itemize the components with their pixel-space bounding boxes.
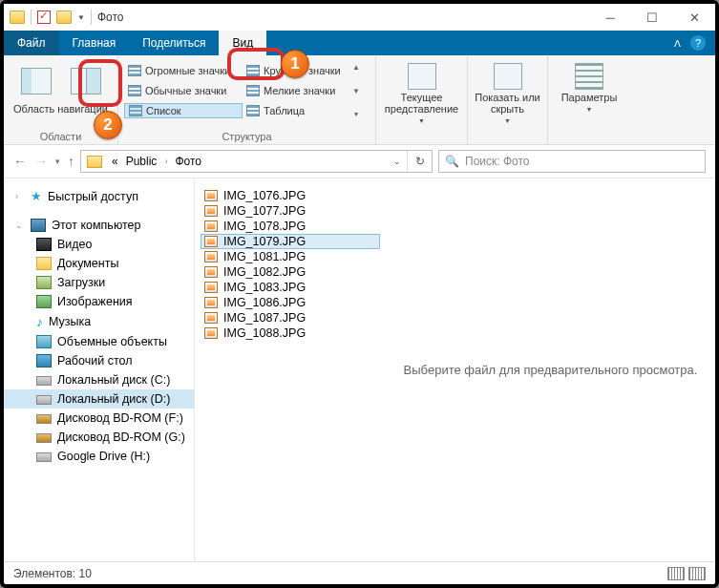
file-name: IMG_1077.JPG [223, 204, 306, 218]
search-placeholder: Поиск: Фото [465, 155, 530, 168]
address-bar[interactable]: « Public › Фото ⌄ ↻ [80, 150, 433, 173]
file-name: IMG_1078.JPG [223, 220, 306, 233]
nav-forward-button[interactable]: → [34, 154, 48, 169]
close-button[interactable]: ✕ [673, 4, 715, 31]
file-name: IMG_1083.JPG [223, 281, 306, 294]
tree-bd-f[interactable]: Дисковод BD-ROM (F:) [4, 409, 194, 428]
layout-icon [128, 85, 141, 96]
layout-icon [246, 65, 260, 76]
tree-music[interactable]: ♪Музыка [4, 311, 194, 332]
tree-gdrive[interactable]: Google Drive (H:) [4, 447, 194, 466]
file-list[interactable]: IMG_1076.JPGIMG_1077.JPGIMG_1078.JPGIMG_… [195, 178, 386, 561]
file-item[interactable]: IMG_1083.JPG [201, 280, 380, 295]
annotation-badge-1: 1 [281, 50, 309, 78]
star-icon: ★ [31, 189, 42, 203]
nav-recent-dropdown[interactable]: ▾ [55, 157, 60, 166]
file-item[interactable]: IMG_1077.JPG [201, 203, 380, 219]
refresh-button[interactable]: ↻ [407, 151, 432, 172]
nav-tree[interactable]: ›★Быстрый доступ ⌄Этот компьютер Видео Д… [4, 178, 195, 561]
file-item[interactable]: IMG_1086.JPG [201, 295, 380, 310]
file-item[interactable]: IMG_1081.JPG [201, 249, 380, 264]
file-item[interactable]: IMG_1079.JPG [201, 234, 380, 249]
navigation-pane-label: Область навигации [13, 103, 108, 115]
tree-3dobjects[interactable]: Объемные объекты [4, 332, 194, 351]
maximize-button[interactable]: ☐ [631, 4, 673, 31]
layout-medium[interactable]: Обычные значки [124, 84, 243, 97]
title-bar: ▼ Фото ─ ☐ ✕ [4, 4, 715, 31]
options-button[interactable]: Параметры ▼ [554, 59, 624, 113]
pc-icon [31, 219, 46, 232]
image-file-icon [204, 327, 218, 339]
tree-pictures[interactable]: Изображения [4, 292, 194, 311]
folder-icon [36, 257, 52, 270]
image-file-icon [204, 205, 218, 217]
layout-icon [246, 105, 260, 116]
separator [91, 10, 92, 25]
cube-icon [36, 335, 52, 348]
drive-icon [36, 376, 52, 386]
show-hide-button[interactable]: Показать или скрыть ▼ [473, 59, 543, 124]
tab-share[interactable]: Поделиться [129, 31, 219, 55]
status-item-count: Элементов: 10 [13, 567, 92, 580]
collapse-ribbon-icon[interactable]: ᐱ [674, 38, 681, 49]
dropdown-icon: ▼ [586, 106, 593, 113]
file-item[interactable]: IMG_1082.JPG [201, 264, 380, 280]
file-name: IMG_1076.JPG [223, 189, 306, 202]
video-icon [36, 238, 52, 251]
tree-documents[interactable]: Документы [4, 254, 194, 273]
qat-dropdown-icon[interactable]: ▼ [77, 13, 85, 22]
qat-properties-icon[interactable] [37, 10, 51, 24]
tab-home[interactable]: Главная [59, 31, 130, 55]
current-view-button[interactable]: Текущее представление ▼ [387, 59, 457, 124]
nav-up-button[interactable]: ↑ [68, 154, 74, 169]
layout-extralarge[interactable]: Огромные значки [124, 64, 243, 77]
show-hide-icon [494, 63, 522, 90]
app-icon [10, 10, 25, 24]
file-item[interactable]: IMG_1076.JPG [201, 188, 380, 203]
image-file-icon [204, 312, 218, 324]
breadcrumb-item[interactable]: Public [122, 155, 161, 168]
tree-desktop[interactable]: Рабочий стол [4, 351, 194, 370]
file-name: IMG_1088.JPG [223, 326, 306, 340]
tree-drive-d[interactable]: Локальный диск (D:) [4, 389, 194, 409]
music-icon: ♪ [36, 314, 43, 329]
layout-scrollbar[interactable]: ▲▼▾ [349, 63, 363, 118]
address-bar-row: ← → ▾ ↑ « Public › Фото ⌄ ↻ 🔍 Поиск: Фот… [4, 145, 715, 178]
tab-view[interactable]: Вид [219, 31, 266, 55]
tree-quickaccess[interactable]: ›★Быстрый доступ [4, 186, 194, 206]
main-area: ›★Быстрый доступ ⌄Этот компьютер Видео Д… [4, 178, 715, 561]
group-label-layout: Структура [124, 129, 370, 144]
layout-details[interactable]: Таблица [243, 104, 349, 117]
tab-file[interactable]: Файл [4, 31, 59, 55]
tree-downloads[interactable]: Загрузки [4, 273, 194, 292]
help-icon[interactable]: ? [690, 35, 706, 51]
status-bar: Элементов: 10 [4, 561, 715, 584]
tree-drive-c[interactable]: Локальный диск (C:) [4, 370, 194, 389]
nav-back-button[interactable]: ← [13, 154, 27, 169]
file-item[interactable]: IMG_1087.JPG [201, 310, 380, 326]
qat-newfolder-icon[interactable] [56, 10, 72, 24]
view-details-button[interactable] [667, 567, 685, 580]
tree-video[interactable]: Видео [4, 235, 194, 254]
file-name: IMG_1081.JPG [223, 250, 306, 263]
view-thumbnails-button[interactable] [688, 567, 706, 580]
layout-small[interactable]: Мелкие значки [243, 84, 349, 97]
file-item[interactable]: IMG_1078.JPG [201, 219, 380, 234]
preview-pane-button[interactable] [63, 61, 109, 101]
pictures-icon [36, 295, 52, 308]
layout-list[interactable]: Список [124, 103, 243, 118]
file-name: IMG_1082.JPG [223, 265, 306, 279]
address-dropdown-icon[interactable]: ⌄ [388, 157, 407, 166]
navigation-pane-button[interactable] [13, 61, 59, 101]
minimize-button[interactable]: ─ [589, 4, 631, 31]
file-item[interactable]: IMG_1088.JPG [201, 326, 380, 341]
search-input[interactable]: 🔍 Поиск: Фото [438, 150, 706, 173]
group-label-panes: Области [40, 129, 82, 144]
desktop-icon [36, 354, 52, 368]
chevron-right-icon[interactable]: › [160, 157, 171, 166]
file-name: IMG_1086.JPG [223, 296, 306, 309]
breadcrumb-item[interactable]: Фото [171, 155, 205, 168]
folder-icon [87, 156, 102, 168]
tree-bd-g[interactable]: Дисковод BD-ROM (G:) [4, 428, 194, 447]
tree-thispc[interactable]: ⌄Этот компьютер [4, 216, 194, 235]
